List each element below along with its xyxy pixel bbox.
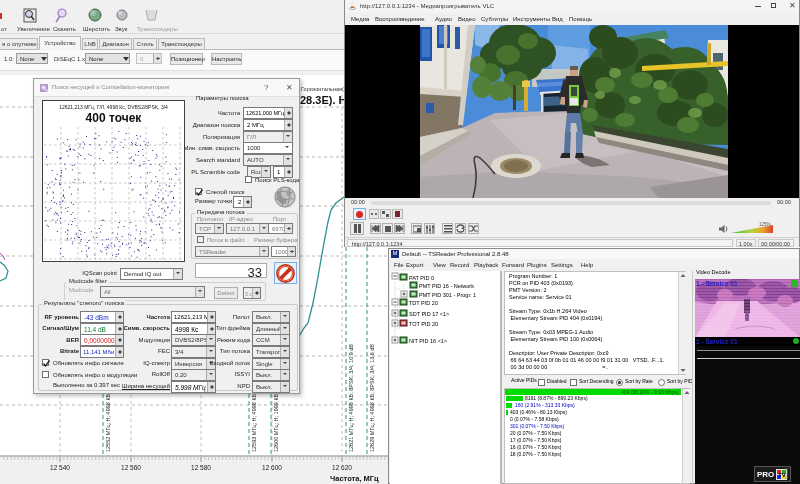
svg-text:28.3E). Н: 28.3E). Н [300,94,347,106]
svg-text:PMT PID 301 - Progr. 1: PMT PID 301 - Progr. 1 [419,292,476,298]
svg-text:Частота, МГц: Частота, МГц [330,474,379,483]
svg-text:PMT PID 16 - Network: PMT PID 16 - Network [419,283,474,289]
svg-text:12 560: 12 560 [121,464,141,471]
svg-text:12 580: 12 580 [191,464,211,471]
svg-text:12621 МГц; Н; 4998 КБ; 8PSK; 3: 12621 МГц; Н; 4998 КБ; 8PSK; 3/4; 10.9 d… [348,344,354,452]
svg-text:TDT PID 20: TDT PID 20 [409,300,438,306]
svg-text:SDT PID 17 <1>: SDT PID 17 <1> [409,311,449,317]
svg-text:TOT PID 20: TOT PID 20 [409,321,438,327]
svg-text:12 600: 12 600 [262,464,282,471]
svg-text:NIT PID 16 <1>: NIT PID 16 <1> [409,338,447,344]
svg-text:12629 МГц; Н; 4998 КБ; 8PSK; 3: 12629 МГц; Н; 4998 КБ; 8PSK; 3/4; 13.6 d… [369,344,375,452]
svg-text:PAT PID 0: PAT PID 0 [409,275,434,281]
svg-text:Горизонтальная(П: Горизонтальная(П [301,86,348,92]
svg-text:12 540: 12 540 [50,464,70,471]
svg-text:12 620: 12 620 [332,464,352,471]
